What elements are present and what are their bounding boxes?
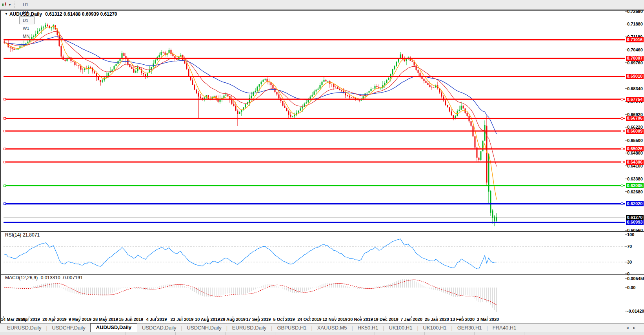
status-bar: [0, 332, 644, 335]
rsi-indicator-label: RSI(14) 21.8071: [5, 232, 40, 238]
status-cell-separator: [76, 332, 76, 335]
line-handle[interactable]: [621, 98, 623, 100]
price-level-label: 0.69010: [626, 74, 644, 79]
macd-panel-layer: [4, 279, 497, 312]
chart-tab-usdcnh-daily[interactable]: USDCNH,Daily: [182, 324, 226, 332]
date-tick-label: 12 Nov 2019: [322, 317, 347, 322]
chart-tab-audusd-daily[interactable]: AUDUSD,Daily: [90, 323, 137, 332]
line-handle[interactable]: [621, 161, 623, 163]
main-chart-layer: [4, 23, 625, 226]
chart-tab-eurusd-daily[interactable]: EURUSD,Daily: [227, 324, 271, 332]
line-handle[interactable]: [4, 161, 6, 163]
status-cell-separator: [424, 332, 425, 335]
macd-tick-label: 0.005459: [627, 276, 644, 281]
chart-canvas[interactable]: [0, 0, 644, 323]
status-cell-separator: [574, 332, 574, 335]
price-level-label: 0.66706: [626, 116, 644, 121]
chart-tab-fra40-h1[interactable]: FRA40,H1: [488, 324, 521, 332]
price-level-label: 0.70007: [626, 56, 644, 61]
chart-tab-uk100-h1[interactable]: UK100,H1: [384, 324, 417, 332]
price-level-label: 0.67754: [626, 97, 644, 102]
date-tick-label: 10 Aug 2019: [195, 317, 220, 322]
date-tick-label: 9 May 2019: [69, 317, 91, 322]
price-tick-label: 0.62680: [627, 189, 643, 195]
date-tick-label: 7 Jan 2020: [400, 317, 422, 322]
date-tick-label: 23 Jul 2019: [171, 317, 194, 322]
tab-scroll-arrows: ◂▸: [626, 325, 640, 330]
date-tick-label: 2 Apr 2019: [18, 317, 40, 322]
status-cell-separator: [175, 332, 176, 335]
date-tick-label: 20 Apr 2019: [42, 317, 66, 322]
price-tick-label: 0.63380: [627, 177, 643, 182]
status-cell-separator: [126, 332, 126, 335]
date-tick-label: 3 Mar 2020: [477, 317, 499, 322]
line-handle[interactable]: [621, 203, 623, 205]
price-tick-label: 0.68340: [627, 86, 643, 91]
date-tick-label: 17 Sep 2019: [246, 317, 271, 322]
date-tick-label: 29 Aug 2019: [220, 317, 246, 322]
price-tick-label: 0.70460: [627, 47, 643, 53]
macd-tick-label: -0.014204: [627, 309, 644, 314]
price-level-label: 0.71016: [626, 37, 644, 42]
price-level-label: 0.63005: [626, 183, 644, 188]
line-handle[interactable]: [621, 117, 623, 119]
price-level-label: 0.65026: [626, 146, 644, 151]
line-handle[interactable]: [4, 117, 6, 119]
line-handle[interactable]: [4, 98, 6, 100]
rsi-tick-label: 30: [627, 260, 632, 265]
chart-symbol-label: AUDUSD,Daily: [9, 11, 42, 17]
rsi-tick-label: 100: [627, 232, 634, 237]
rsi-tick-label: 70: [627, 244, 632, 249]
line-handle[interactable]: [621, 130, 623, 132]
status-cell-separator: [325, 332, 325, 335]
status-cell-separator: [275, 332, 275, 335]
chart-tab-bar: EURUSD,Daily|USDCHF,DailyAUDUSD,DailyUSD…: [0, 323, 644, 332]
chart-title: ▼AUDUSD,Daily0.61312 0.61488 0.60939 0.6…: [5, 11, 117, 17]
chart-tab-xauusd-m5[interactable]: XAUUSD,M5: [313, 324, 352, 332]
date-tick-label: 19 Dec 2019: [374, 317, 398, 322]
chart-tab-gbpusd-h1[interactable]: GBPUSD,H1: [272, 324, 311, 332]
price-level-label: 0.66009: [626, 129, 644, 134]
price-tick-label: 0.69760: [627, 60, 643, 66]
status-cell-separator: [375, 332, 375, 335]
date-tick-label: 24 Oct 2019: [297, 317, 321, 322]
price-level-label: 0.62020: [626, 201, 644, 206]
line-handle[interactable]: [4, 185, 6, 187]
line-handle[interactable]: [4, 148, 6, 150]
line-handle[interactable]: [621, 185, 623, 187]
status-cell-separator: [474, 332, 475, 335]
triangle-down-icon[interactable]: ▼: [5, 12, 8, 16]
line-handle[interactable]: [4, 130, 6, 132]
chart-tab-usdchf-daily[interactable]: USDCHF,Daily: [47, 324, 90, 332]
price-tick-label: 0.71880: [627, 22, 643, 27]
price-tick-label: 0.65500: [627, 138, 643, 143]
chart-tab-uk100-h1[interactable]: UK100,H1: [418, 324, 451, 332]
tab-scroll-right-icon[interactable]: ▸: [633, 325, 640, 330]
date-tick-label: 25 Jan 2020: [425, 317, 449, 322]
current-price-label: 0.61270: [626, 215, 644, 220]
tab-scroll-left-icon[interactable]: ◂: [626, 325, 633, 330]
price-level-label: 0.64306: [626, 160, 644, 165]
chart-tab-hk50-h1[interactable]: HK50,H1: [353, 324, 383, 332]
line-handle[interactable]: [621, 148, 623, 150]
trading-platform-window: ▾ M1M5M15M30H1H4D1W1MN ▼AUDUSD,Daily0.61…: [0, 0, 644, 335]
date-tick-label: 30 Nov 2019: [348, 317, 373, 322]
date-tick-label: 13 Feb 2020: [450, 317, 475, 322]
date-tick-label: 5 Oct 2019: [273, 317, 295, 322]
price-level-label: 0.60993: [626, 220, 644, 225]
status-cell-separator: [225, 332, 226, 335]
price-tick-label: 0.72580: [627, 9, 643, 14]
macd-indicator-label: MACD(12,26,9) -0.013310 -0.007191: [5, 275, 83, 280]
chart-tab-ger30-h1[interactable]: GER30,H1: [453, 324, 487, 332]
date-tick-label: 28 May 2019: [93, 317, 118, 322]
chart-tab-eurusd-daily[interactable]: EURUSD,Daily: [2, 324, 46, 332]
date-tick-label: 4 Jul 2019: [146, 317, 167, 322]
rsi-panel-layer: [4, 239, 625, 269]
macd-tick-label: 0.00: [627, 285, 635, 290]
chart-ohlc-values: 0.61312 0.61488 0.60939 0.61270: [45, 11, 117, 17]
line-handle[interactable]: [4, 203, 6, 205]
chart-tab-usdcad-daily[interactable]: USDCAD,Daily: [137, 324, 181, 332]
status-cell-separator: [524, 332, 524, 335]
date-tick-label: 15 Jun 2019: [119, 317, 143, 322]
